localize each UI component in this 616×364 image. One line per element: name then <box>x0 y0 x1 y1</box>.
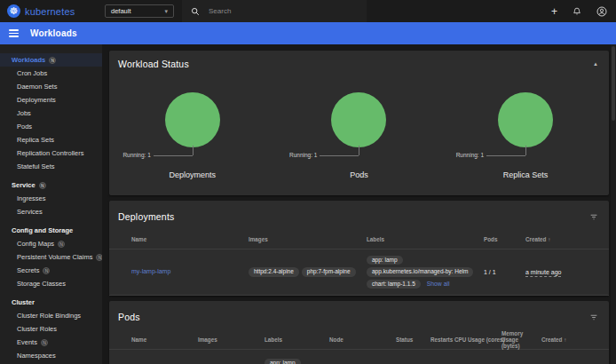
sidebar-item-persistent-volume-claims[interactable]: Persistent Volume Claims N <box>0 250 102 264</box>
notifications-bell-icon[interactable] <box>573 6 581 16</box>
chart-annotation: Running: 1 <box>289 152 317 158</box>
col-name[interactable]: Name <box>131 336 198 343</box>
namespaced-icon: N <box>43 267 50 274</box>
image-chip: php:7-fpm-alpine <box>302 267 356 277</box>
sidebar-item-replica-sets[interactable]: Replica Sets <box>0 133 102 146</box>
sidebar-item-jobs[interactable]: Jobs <box>0 107 102 120</box>
collapse-icon[interactable]: ▲ <box>593 61 598 67</box>
scrollbar[interactable] <box>611 44 616 364</box>
deployment-name-link[interactable]: my-lamp-lamp <box>131 268 170 274</box>
label-chip: app: lamp <box>265 359 301 364</box>
search-icon <box>191 7 200 16</box>
col-cpu: CPU Usage (cores) <box>454 336 501 343</box>
pods-title: Pods <box>118 312 140 322</box>
pods-table-header: Name Images Labels Node Status Restarts … <box>109 330 609 350</box>
app-bar: Workloads <box>0 22 616 44</box>
pods-count: 1 / 1 <box>484 269 525 275</box>
col-labels: Labels <box>367 236 484 242</box>
sidebar-item-config-and-storage[interactable]: Config and Storage <box>0 224 102 237</box>
chart-title: Replica Sets <box>503 170 549 179</box>
col-name[interactable]: Name <box>131 236 249 242</box>
namespaced-icon: N <box>41 339 48 346</box>
namespaced-icon: N <box>39 182 46 189</box>
workload-status-title: Workload Status <box>118 59 189 69</box>
pods-pie-chart: Running: 1 Pods <box>276 92 443 179</box>
sidebar-item-cluster[interactable]: Cluster <box>0 296 102 309</box>
sidebar-item-config-maps[interactable]: Config Maps N <box>0 237 102 250</box>
top-actions: + <box>551 0 611 22</box>
col-images: Images <box>198 336 265 343</box>
deployments-card: Deployments Name Images Labels Pods Crea… <box>109 201 609 296</box>
sidebar-item-cron-jobs[interactable]: Cron Jobs <box>0 67 102 80</box>
sidebar-item-namespaces[interactable]: Namespaces <box>0 349 102 362</box>
sidebar-item-cluster-roles[interactable]: Cluster Roles <box>0 322 102 336</box>
deployment-row: my-lamp-lamp httpd:2.4-alpinephp:7-fpm-a… <box>109 249 609 296</box>
brand[interactable]: ☸ kubernetes <box>0 4 75 18</box>
sidebar-item-services[interactable]: Services <box>0 205 102 218</box>
workload-status-card: Workload Status ▲ Running: 1 Deployments <box>109 51 609 195</box>
page-title: Workloads <box>30 28 77 38</box>
sidebar-item-service[interactable]: Service N <box>0 178 102 192</box>
sidebar-item-stateful-sets[interactable]: Stateful Sets <box>0 160 102 173</box>
deployments-pie-chart: Running: 1 Deployments <box>109 92 276 179</box>
namespaced-icon: N <box>58 241 65 248</box>
sidebar-item-secrets[interactable]: Secrets N <box>0 264 102 277</box>
chart-annotation: Running: 1 <box>122 152 150 158</box>
col-status: Status <box>396 336 430 343</box>
sidebar-item-daemon-sets[interactable]: Daemon Sets <box>0 80 102 93</box>
sort-asc-icon: ↑ <box>548 236 550 242</box>
created-timestamp[interactable]: a minute ago <box>525 269 561 277</box>
col-pods: Pods <box>484 236 525 242</box>
namespace-selected-value: default <box>111 7 131 15</box>
sidebar-item-replication-controllers[interactable]: Replication Controllers <box>0 146 102 160</box>
brand-name: kubernetes <box>25 6 75 17</box>
col-created[interactable]: Created ↑ <box>541 336 600 343</box>
sidebar-item-cluster-role-bindings[interactable]: Cluster Role Bindings <box>0 309 102 322</box>
sidebar-nav: Workloads N Cron Jobs Daemon Sets Deploy… <box>0 44 102 364</box>
pie-running-replica-sets[interactable] <box>498 92 553 147</box>
pods-card: Pods Name Images Labels Node Status Rest… <box>109 301 609 364</box>
col-node: Node <box>329 336 396 343</box>
create-resource-button[interactable]: + <box>551 6 557 17</box>
chart-title: Deployments <box>170 170 217 179</box>
sidebar-item-storage-classes[interactable]: Storage Classes <box>0 277 102 290</box>
sidebar-item-pods[interactable]: Pods <box>0 120 102 133</box>
user-avatar-icon[interactable] <box>596 6 607 17</box>
col-images: Images <box>249 236 367 242</box>
chevron-down-icon: ▾ <box>164 8 168 15</box>
kubernetes-logo-icon: ☸ <box>7 4 20 18</box>
sidebar-item-deployments[interactable]: Deployments <box>0 93 102 107</box>
label-chip: app.kubernetes.io/managed-by: Helm <box>367 267 473 277</box>
replica-sets-pie-chart: Running: 1 Replica Sets <box>442 92 609 179</box>
pie-running-deployments[interactable] <box>165 92 220 147</box>
namespaced-icon: N <box>49 57 56 64</box>
col-created[interactable]: Created ↑ <box>525 236 600 242</box>
deployments-title: Deployments <box>118 211 174 222</box>
sidebar-item-ingresses[interactable]: Ingresses <box>0 192 102 205</box>
show-all-link[interactable]: Show all <box>427 281 450 287</box>
pod-row: my-lamp-lamp-5fd985cf68-jwvz4 httpd:2.4-… <box>109 350 609 364</box>
main-content: Workload Status ▲ Running: 1 Deployments <box>102 44 616 364</box>
sidebar-item-events[interactable]: Events N <box>0 336 102 349</box>
top-bar: ☸ kubernetes default ▾ + <box>0 0 616 22</box>
search-box[interactable] <box>182 0 367 22</box>
chart-annotation: Running: 1 <box>456 152 484 158</box>
namespace-selector[interactable]: default ▾ <box>105 4 174 18</box>
deployments-table-header: Name Images Labels Pods Created ↑ <box>109 230 609 249</box>
label-chip: app: lamp <box>367 256 403 265</box>
pie-running-pods[interactable] <box>331 92 386 147</box>
col-restarts: Restarts <box>430 336 454 343</box>
col-memory: Memory Usage (bytes) <box>501 330 541 349</box>
sort-asc-icon: ↑ <box>564 336 566 343</box>
chart-title: Pods <box>350 170 368 179</box>
col-labels: Labels <box>265 336 329 343</box>
filter-icon[interactable] <box>589 309 598 325</box>
sidebar-item-workloads[interactable]: Workloads N <box>0 53 102 67</box>
image-chip: httpd:2.4-alpine <box>249 267 299 277</box>
search-input[interactable] <box>209 7 342 15</box>
label-chip: chart: lamp-1.1.5 <box>367 280 421 289</box>
menu-icon[interactable] <box>9 29 19 37</box>
filter-icon[interactable] <box>589 209 598 225</box>
